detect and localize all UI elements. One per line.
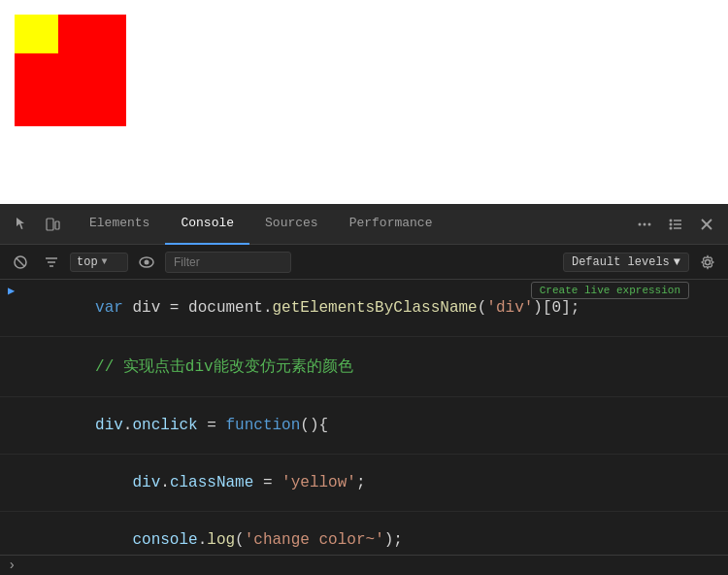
console-settings-button[interactable] — [695, 250, 720, 275]
code-line-5: console.log('change color~'); — [20, 514, 720, 555]
console-prompt-bar[interactable]: › — [0, 555, 728, 575]
svg-point-5 — [670, 219, 673, 221]
console-line-1: ▶ var div = document.getElementsByClassN… — [0, 280, 728, 337]
svg-point-6 — [670, 222, 673, 225]
color-demo-container — [15, 15, 126, 126]
more-tabs-icon[interactable] — [631, 211, 658, 238]
svg-line-14 — [17, 258, 24, 266]
live-expression-button[interactable] — [134, 250, 159, 275]
inspect-element-icon[interactable] — [8, 211, 35, 238]
spacer-5: ▶ — [8, 516, 15, 530]
tab-elements[interactable]: Elements — [74, 204, 165, 245]
svg-point-2 — [639, 222, 642, 225]
filter-input[interactable] — [165, 252, 291, 273]
log-levels-selector[interactable]: Default levels ▼ — [563, 253, 689, 272]
spacer-4: ▶ — [8, 458, 15, 473]
tab-bar: Elements Console Sources Performance — [0, 204, 728, 245]
code-line-3: div.onclick = function(){ — [20, 399, 720, 452]
svg-point-20 — [706, 259, 711, 264]
svg-point-3 — [644, 222, 646, 225]
svg-rect-0 — [47, 219, 53, 230]
clear-console-button[interactable] — [8, 250, 33, 275]
prompt-arrow: › — [8, 558, 16, 573]
svg-point-7 — [670, 226, 673, 229]
spacer-2: ▶ — [8, 341, 15, 355]
tab-console[interactable]: Console — [165, 204, 249, 245]
console-output-area[interactable]: ▶ var div = document.getElementsByClassN… — [0, 280, 728, 555]
console-toolbar: top ▼ Default levels ▼ — [0, 245, 728, 280]
console-line-4: ▶ div.className = 'yellow'; — [0, 455, 728, 512]
filter-toggle-button[interactable] — [39, 250, 64, 275]
svg-point-19 — [145, 259, 149, 264]
customize-devtools-icon[interactable] — [662, 211, 689, 238]
close-devtools-icon[interactable] — [693, 211, 720, 238]
context-selector[interactable]: top ▼ — [70, 253, 128, 272]
spacer-3: ▶ — [8, 401, 15, 416]
expand-arrow-1: ▶ — [8, 284, 15, 298]
webpage-content — [0, 0, 728, 204]
console-line-3: ▶ div.onclick = function(){ — [0, 397, 728, 455]
context-dropdown-arrow: ▼ — [102, 256, 108, 267]
code-line-1: var div = document.getElementsByClassNam… — [20, 282, 720, 334]
yellow-box — [15, 15, 58, 53]
tab-performance[interactable]: Performance — [334, 204, 448, 245]
console-line-2: ▶ // 实现点击div能改变仿元素的颜色 — [0, 337, 728, 397]
device-toolbar-icon[interactable] — [39, 211, 66, 238]
code-line-2: // 实现点击div能改变仿元素的颜色 — [20, 339, 720, 394]
levels-dropdown-arrow: ▼ — [674, 255, 680, 269]
code-line-4: div.className = 'yellow'; — [20, 457, 720, 509]
console-line-5: ▶ console.log('change color~'); — [0, 512, 728, 555]
tab-more-area — [631, 211, 728, 238]
tab-icons — [0, 211, 74, 238]
tab-sources[interactable]: Sources — [249, 204, 334, 245]
svg-rect-1 — [55, 221, 59, 229]
svg-point-4 — [648, 222, 651, 225]
devtools-panel: Elements Console Sources Performance — [0, 204, 728, 575]
